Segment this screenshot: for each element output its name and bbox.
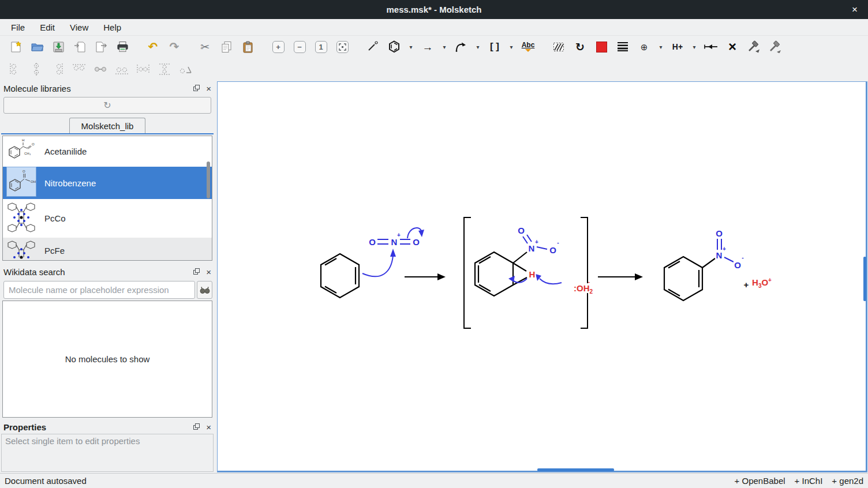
mechanism-arrow-tool[interactable]	[452, 38, 470, 55]
text-tool[interactable]: Abc	[519, 38, 537, 55]
close-panel-icon[interactable]: ×	[206, 423, 211, 431]
properties-panel: Properties × Select single item to edit …	[0, 419, 215, 473]
close-panel-icon[interactable]: ×	[206, 84, 211, 93]
zoom-original-button[interactable]: 1	[312, 38, 330, 55]
drawing-canvas[interactable]: O N + O O N + O - H :OH2- O N + O - + H3…	[217, 81, 867, 472]
merge-molecules-button[interactable]	[92, 62, 108, 77]
text-color-triangle-icon	[525, 49, 531, 52]
bracket-tool-caret-icon[interactable]: ▾	[507, 44, 515, 50]
undo-button[interactable]: ↶	[144, 38, 162, 55]
color-swatch-button[interactable]	[593, 38, 610, 55]
charge-tool[interactable]: ⊕	[635, 38, 653, 55]
distribute-vertical-button[interactable]	[156, 62, 173, 77]
list-item-pcfe[interactable]: PcFe	[3, 238, 212, 261]
export-button[interactable]	[92, 38, 110, 55]
list-item-label: Acetanilide	[44, 147, 87, 156]
library-list-scrollbar[interactable]	[207, 162, 210, 198]
list-item-pcco[interactable]: PcCo	[3, 199, 212, 238]
refresh-libraries-button[interactable]: ↻	[3, 97, 211, 114]
new-document-icon	[9, 40, 23, 54]
atom-label: O	[549, 246, 557, 254]
molecule-libraries-title: Molecule libraries	[3, 84, 193, 93]
import-button[interactable]	[71, 38, 88, 55]
properties-title: Properties	[3, 422, 193, 432]
reaction-arrow-tool[interactable]: →	[419, 38, 436, 55]
paste-button[interactable]	[239, 38, 256, 55]
new-document-button[interactable]	[7, 38, 24, 55]
hatch-pattern-icon	[552, 40, 566, 54]
svg-text:OH: OH	[31, 180, 36, 183]
bond-tool-icon	[366, 40, 379, 53]
float-panel-icon[interactable]	[193, 268, 200, 275]
wikidata-search-button[interactable]	[197, 281, 212, 299]
ring-tool-caret-icon[interactable]: ▾	[407, 44, 415, 50]
float-panel-icon[interactable]	[193, 423, 200, 430]
align-top-button[interactable]	[71, 62, 87, 77]
lone-pair-tool[interactable]	[702, 38, 720, 55]
zoom-fit-button[interactable]	[334, 38, 351, 55]
zoom-in-button[interactable]: +	[270, 38, 287, 55]
distribute-horizontal-button[interactable]	[135, 62, 151, 77]
rotate-tool[interactable]: ↻	[571, 38, 589, 55]
tab-molsketch-lib[interactable]: Molsketch_lib	[69, 118, 146, 133]
align-left-button[interactable]	[7, 62, 23, 77]
hatch-fill-tool[interactable]	[550, 38, 567, 55]
hammer-tool-icon	[747, 40, 761, 53]
optimize-structure-alt-button[interactable]	[766, 38, 784, 55]
list-item-acetanilide[interactable]: H O CH₃ Acetanilide	[3, 136, 212, 167]
hammer-tool-alt-icon	[768, 40, 782, 53]
hydrogen-tool-caret-icon[interactable]: ▾	[690, 44, 698, 50]
hydrogen-tool[interactable]: H+	[669, 38, 686, 55]
align-right-button[interactable]	[50, 62, 66, 77]
atom-label: O	[412, 238, 420, 246]
copy-button[interactable]	[218, 38, 235, 55]
menu-file[interactable]: File	[5, 21, 31, 34]
ring-tool[interactable]	[386, 38, 403, 55]
delete-tool[interactable]: ×	[724, 38, 741, 55]
redo-button[interactable]: ↷	[166, 38, 183, 55]
float-panel-icon[interactable]	[193, 85, 200, 92]
wikidata-search-input[interactable]	[3, 281, 195, 299]
canvas-vscrollbar-thumb[interactable]	[863, 257, 866, 301]
print-icon	[116, 40, 129, 54]
draw-bond-tool[interactable]	[364, 38, 381, 55]
plugin-indicators: + OpenBabel + InChI + gen2d	[735, 476, 863, 486]
list-item-nitrobenzene[interactable]: O OH Nitrobenzene	[3, 167, 212, 199]
line-width-button[interactable]	[614, 38, 631, 55]
arrow-tool-caret-icon[interactable]: ▾	[440, 44, 448, 50]
charge-label: +	[535, 239, 538, 245]
titlebar: mess.msk* - Molsketch ×	[0, 0, 868, 19]
refresh-icon: ↻	[103, 100, 111, 111]
cut-button[interactable]: ✂	[196, 38, 214, 55]
align-right-icon	[51, 62, 64, 76]
align-bottom-button[interactable]	[114, 62, 130, 77]
window-close-icon[interactable]: ×	[847, 2, 862, 17]
distribute-horizontal-icon	[136, 63, 151, 75]
empty-results-message: No molecules to show	[65, 354, 150, 364]
bracket-tool[interactable]: [ ]	[486, 38, 503, 55]
zoom-out-button[interactable]: −	[291, 38, 308, 55]
zoom-fit-icon	[336, 41, 349, 53]
close-panel-icon[interactable]: ×	[206, 268, 211, 276]
save-icon	[52, 40, 65, 54]
save-document-button[interactable]	[50, 38, 67, 55]
dock-column: Molecule libraries × ↻ Molsketch_lib H O…	[0, 81, 215, 473]
line-width-icon	[617, 42, 628, 52]
plugin-inchi: + InChI	[795, 476, 823, 486]
open-document-button[interactable]	[28, 38, 46, 55]
menu-edit[interactable]: Edit	[33, 21, 61, 34]
print-button[interactable]	[114, 38, 131, 55]
list-item-label: PcCo	[44, 213, 66, 223]
menu-view[interactable]: View	[63, 21, 95, 34]
align-top-icon	[72, 63, 87, 76]
list-item-label: PcFe	[44, 246, 65, 256]
set-angle-button[interactable]	[178, 62, 194, 77]
optimize-structure-button[interactable]	[745, 38, 762, 55]
mechanism-arrow-caret-icon[interactable]: ▾	[474, 44, 482, 50]
menu-help[interactable]: Help	[97, 21, 128, 34]
charge-tool-caret-icon[interactable]: ▾	[657, 44, 665, 50]
zoom-out-icon: −	[294, 41, 306, 53]
alignment-toolbar	[0, 58, 868, 81]
align-horizontal-center-button[interactable]	[28, 62, 44, 77]
canvas-hscrollbar-thumb[interactable]	[537, 468, 614, 471]
